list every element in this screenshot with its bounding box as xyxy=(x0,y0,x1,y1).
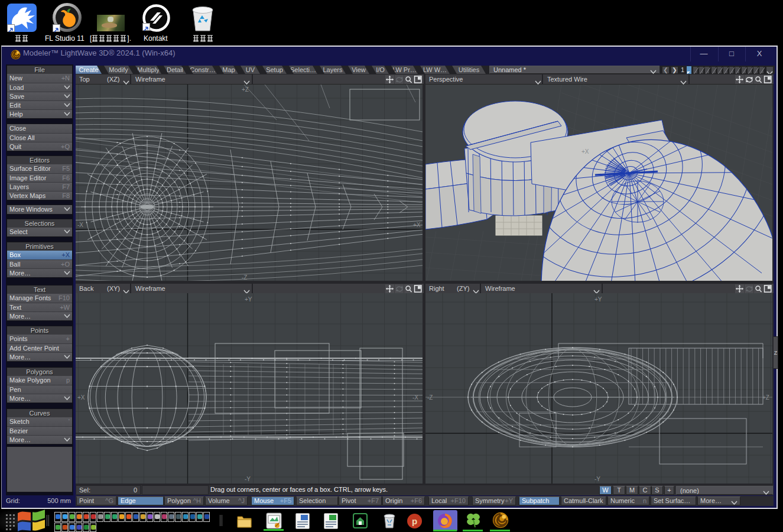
svg-text:-Y: -Y xyxy=(594,476,600,482)
svg-text:+Y: +Y xyxy=(245,296,252,303)
svg-text:-X: -X xyxy=(412,394,418,401)
svg-text:-X: -X xyxy=(77,222,83,228)
svg-text:-Y: -Y xyxy=(245,476,251,482)
svg-text:-Z: -Z xyxy=(427,394,433,401)
svg-text:+X: +X xyxy=(581,148,589,155)
svg-text:+Y: +Y xyxy=(594,296,602,303)
svg-text:-Z: -Z xyxy=(242,274,247,281)
svg-text:+X: +X xyxy=(77,394,85,401)
svg-text:+X: +X xyxy=(413,222,421,228)
svg-text:+Z: +Z xyxy=(762,394,769,401)
svg-text:+Z: +Z xyxy=(242,86,249,93)
